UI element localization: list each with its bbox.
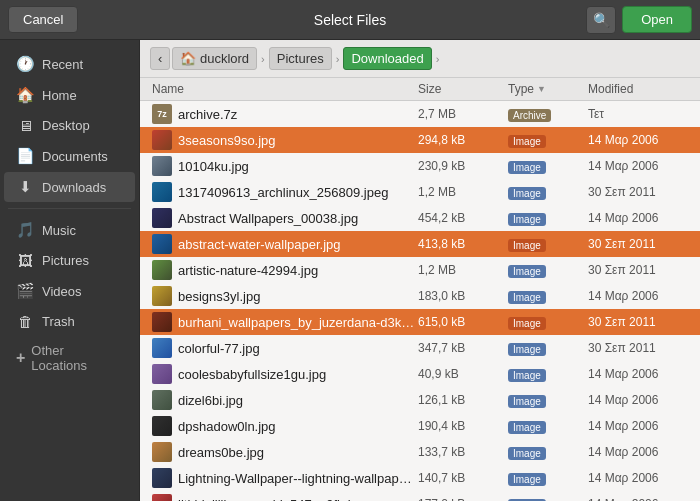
sidebar-label: Trash	[42, 314, 75, 329]
open-button[interactable]: Open	[622, 6, 692, 33]
sidebar-icon-music: 🎵	[16, 221, 34, 239]
sidebar-item-downloads[interactable]: ⬇ Downloads	[4, 172, 135, 202]
file-row[interactable]: artistic-nature-42994.jpg 1,2 MB Image 3…	[140, 257, 700, 283]
file-name: 1317409613_archlinux_256809.jpeg	[178, 185, 388, 200]
file-thumbnail	[152, 364, 172, 384]
file-date: 14 Μαρ 2006	[588, 133, 688, 147]
file-row[interactable]: 10104ku.jpg 230,9 kB Image 14 Μαρ 2006	[140, 153, 700, 179]
sidebar-other-locations[interactable]: +Other Locations	[4, 337, 135, 379]
search-icon: 🔍	[593, 12, 610, 28]
other-locations-label: Other Locations	[31, 343, 123, 373]
file-thumbnail	[152, 312, 172, 332]
file-name: abstract-water-wallpaper.jpg	[178, 237, 341, 252]
file-row[interactable]: dpshadow0ln.jpg 190,4 kB Image 14 Μαρ 20…	[140, 413, 700, 439]
file-thumbnail	[152, 286, 172, 306]
file-name-cell: dreams0be.jpg	[152, 442, 418, 462]
cancel-button[interactable]: Cancel	[8, 6, 78, 33]
sidebar-label: Music	[42, 223, 76, 238]
file-thumbnail	[152, 468, 172, 488]
file-name: lithiriaiiiibygenocide547gg9fb.jpg	[178, 497, 365, 502]
file-thumbnail: 7z	[152, 104, 172, 124]
file-name-cell: besigns3yl.jpg	[152, 286, 418, 306]
file-row[interactable]: 7z archive.7z 2,7 MB Archive Τετ	[140, 101, 700, 127]
file-type: Image	[508, 471, 588, 486]
file-name: 10104ku.jpg	[178, 159, 249, 174]
sidebar-item-home[interactable]: 🏠 Home	[4, 80, 135, 110]
breadcrumb-back[interactable]: ‹	[150, 47, 170, 70]
sidebar-item-documents[interactable]: 📄 Documents	[4, 141, 135, 171]
file-type: Image	[508, 159, 588, 174]
file-name-cell: 10104ku.jpg	[152, 156, 418, 176]
col-name[interactable]: Name	[152, 82, 418, 96]
file-thumbnail	[152, 416, 172, 436]
sidebar-item-recent[interactable]: 🕐 Recent	[4, 49, 135, 79]
sidebar-label: Videos	[42, 284, 82, 299]
sidebar-icon-trash: 🗑	[16, 313, 34, 330]
file-name-cell: burhani_wallpapers_by_juzerdana-d3k4h2q.…	[152, 312, 418, 332]
file-row[interactable]: 3seasons9so.jpg 294,8 kB Image 14 Μαρ 20…	[140, 127, 700, 153]
col-size[interactable]: Size	[418, 82, 508, 96]
file-type: Image	[508, 237, 588, 252]
sidebar-item-pictures[interactable]: 🖼 Pictures	[4, 246, 135, 275]
file-type: Image	[508, 211, 588, 226]
file-row[interactable]: Abstract Wallpapers_00038.jpg 454,2 kB I…	[140, 205, 700, 231]
file-date: 14 Μαρ 2006	[588, 445, 688, 459]
col-modified[interactable]: Modified	[588, 82, 688, 96]
file-name: artistic-nature-42994.jpg	[178, 263, 318, 278]
file-row[interactable]: 1317409613_archlinux_256809.jpeg 1,2 MB …	[140, 179, 700, 205]
breadcrumb-separator-2: ›	[334, 53, 342, 65]
file-row[interactable]: Lightning-Wallpaper--lightning-wallpaper…	[140, 465, 700, 491]
file-row[interactable]: colorful-77.jpg 347,7 kB Image 30 Σεπ 20…	[140, 335, 700, 361]
sidebar-label: Desktop	[42, 118, 90, 133]
file-thumbnail	[152, 182, 172, 202]
file-thumbnail	[152, 442, 172, 462]
file-name-cell: artistic-nature-42994.jpg	[152, 260, 418, 280]
file-type: Image	[508, 445, 588, 460]
col-type[interactable]: Type ▼	[508, 82, 588, 96]
sidebar-item-desktop[interactable]: 🖥 Desktop	[4, 111, 135, 140]
file-list-header: Name Size Type ▼ Modified	[140, 78, 700, 101]
file-size: 2,7 MB	[418, 107, 508, 121]
sidebar-item-music[interactable]: 🎵 Music	[4, 215, 135, 245]
file-size: 230,9 kB	[418, 159, 508, 173]
sidebar-icon-home: 🏠	[16, 86, 34, 104]
breadcrumb-pictures[interactable]: Pictures	[269, 47, 332, 70]
file-type-badge: Image	[508, 291, 546, 304]
file-size: 183,0 kB	[418, 289, 508, 303]
file-row[interactable]: dreams0be.jpg 133,7 kB Image 14 Μαρ 2006	[140, 439, 700, 465]
file-type: Image	[508, 393, 588, 408]
sidebar-item-videos[interactable]: 🎬 Videos	[4, 276, 135, 306]
titlebar: Cancel Select Files 🔍 Open	[0, 0, 700, 40]
file-name: dreams0be.jpg	[178, 445, 264, 460]
file-date: 14 Μαρ 2006	[588, 289, 688, 303]
sidebar-divider	[8, 208, 131, 209]
dialog-title: Select Files	[314, 12, 386, 28]
file-name-cell: Abstract Wallpapers_00038.jpg	[152, 208, 418, 228]
file-thumbnail	[152, 494, 172, 501]
file-row[interactable]: coolesbabyfullsize1gu.jpg 40,9 kB Image …	[140, 361, 700, 387]
file-size: 1,2 MB	[418, 263, 508, 277]
file-list: 7z archive.7z 2,7 MB Archive Τετ 3season…	[140, 101, 700, 501]
file-date: 14 Μαρ 2006	[588, 419, 688, 433]
file-type-badge: Image	[508, 369, 546, 382]
sidebar-label: Downloads	[42, 180, 106, 195]
file-thumbnail	[152, 338, 172, 358]
file-row[interactable]: burhani_wallpapers_by_juzerdana-d3k4h2q.…	[140, 309, 700, 335]
sidebar-icon-recent: 🕐	[16, 55, 34, 73]
sidebar-item-trash[interactable]: 🗑 Trash	[4, 307, 135, 336]
file-type-badge: Image	[508, 135, 546, 148]
file-type: Image	[508, 289, 588, 304]
breadcrumb-downloaded[interactable]: Downloaded	[343, 47, 431, 70]
file-name-cell: 3seasons9so.jpg	[152, 130, 418, 150]
file-name: coolesbabyfullsize1gu.jpg	[178, 367, 326, 382]
file-row[interactable]: besigns3yl.jpg 183,0 kB Image 14 Μαρ 200…	[140, 283, 700, 309]
file-type-badge: Image	[508, 161, 546, 174]
file-row[interactable]: dizel6bi.jpg 126,1 kB Image 14 Μαρ 2006	[140, 387, 700, 413]
sidebar-icon-documents: 📄	[16, 147, 34, 165]
file-thumbnail	[152, 156, 172, 176]
file-row[interactable]: abstract-water-wallpaper.jpg 413,8 kB Im…	[140, 231, 700, 257]
breadcrumb-home[interactable]: 🏠 ducklord	[172, 47, 257, 70]
search-button[interactable]: 🔍	[586, 6, 616, 34]
file-row[interactable]: lithiriaiiiibygenocide547gg9fb.jpg 177,0…	[140, 491, 700, 501]
file-name-cell: lithiriaiiiibygenocide547gg9fb.jpg	[152, 494, 418, 501]
